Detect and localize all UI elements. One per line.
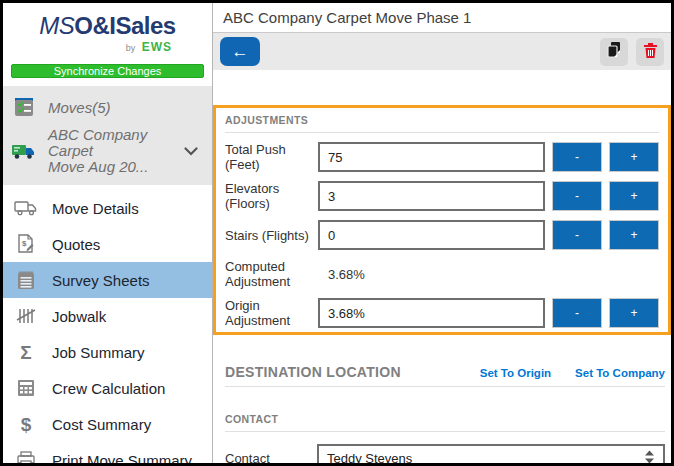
copy-icon: [606, 41, 622, 62]
set-to-origin-link[interactable]: Set To Origin: [480, 367, 551, 379]
adjustment-row-origin: Origin Adjustment - +: [225, 298, 659, 328]
sidebar-item-job-summary[interactable]: Σ Job Summary: [3, 334, 212, 370]
sidebar-item-move-details[interactable]: Move Details: [3, 190, 212, 226]
active-move-item[interactable]: ABC Company Carpet Move Aug 20...: [3, 123, 212, 179]
field-label: Origin Adjustment: [225, 298, 311, 328]
contact-field-label: Contact: [225, 451, 317, 463]
computed-adjustment-value: 3.68%: [318, 267, 659, 282]
copy-button[interactable]: [600, 38, 628, 66]
tally-marks-icon: [13, 306, 39, 326]
notepad-icon: [13, 269, 39, 291]
sidebar-item-jobwalk[interactable]: Jobwalk: [3, 298, 212, 334]
divider: [225, 431, 665, 432]
moves-header-label: Moves(5): [48, 99, 111, 116]
divider: [225, 132, 659, 133]
sidebar-menu: Move Details $ Quotes: [3, 185, 212, 463]
sidebar-item-quotes[interactable]: $ Quotes: [3, 226, 212, 262]
moves-group: Moves(5) ABC Company Carpet Move Aug 20.…: [3, 86, 212, 185]
page-title: ABC Company Carpet Move Phase 1: [223, 9, 471, 26]
synchronize-changes-button[interactable]: Synchronize Changes: [11, 64, 204, 78]
quote-document-icon: $: [13, 233, 39, 255]
adjustment-row-elevators: Elevators (Floors) - +: [225, 181, 659, 211]
contact-title: CONTACT: [225, 413, 665, 425]
stairs-increment-button[interactable]: +: [609, 220, 659, 250]
sidebar-item-label: Crew Calculation: [52, 380, 165, 397]
total-push-decrement-button[interactable]: -: [552, 142, 602, 172]
origin-adjustment-increment-button[interactable]: +: [609, 298, 659, 328]
sidebar-item-cost-summary[interactable]: $ Cost Summary: [3, 406, 212, 442]
content-area: ADJUSTMENTS Total Push (Feet) - + Elevat…: [213, 70, 671, 463]
main-panel: ABC Company Carpet Move Phase 1 ←: [213, 3, 671, 463]
sidebar-item-label: Job Summary: [52, 344, 145, 361]
delete-button[interactable]: [636, 38, 664, 66]
active-move-label: ABC Company Carpet Move Aug 20...: [48, 127, 173, 175]
adjustment-row-total-push: Total Push (Feet) - +: [225, 142, 659, 172]
sidebar-item-print-move-summary[interactable]: Print Move Summary: [3, 442, 212, 463]
select-spinner-icon: [644, 450, 655, 463]
move-truck-icon: [11, 140, 37, 162]
contact-select[interactable]: Teddy Stevens: [317, 444, 665, 463]
field-label: Total Push (Feet): [225, 142, 311, 172]
chevron-down-icon[interactable]: [184, 147, 204, 156]
page-title-bar: ABC Company Carpet Move Phase 1: [213, 3, 671, 33]
field-label: Stairs (Flights): [225, 228, 311, 243]
sidebar-item-label: Survey Sheets: [52, 272, 150, 289]
stairs-decrement-button[interactable]: -: [552, 220, 602, 250]
origin-adjustment-decrement-button[interactable]: -: [552, 298, 602, 328]
sigma-icon: Σ: [13, 343, 39, 362]
sidebar-item-survey-sheets[interactable]: Survey Sheets: [3, 262, 212, 298]
printer-icon: [13, 450, 39, 463]
contact-section: CONTACT Contact Teddy Stevens: [213, 413, 671, 463]
elevators-increment-button[interactable]: +: [609, 181, 659, 211]
truck-outline-icon: [13, 199, 39, 217]
moves-list-icon: [11, 95, 37, 119]
field-label: Computed Adjustment: [225, 259, 311, 289]
adjustments-title: ADJUSTMENTS: [225, 114, 659, 126]
elevators-input[interactable]: [318, 181, 545, 211]
sidebar-item-label: Move Details: [52, 200, 139, 217]
logo-ms: MS: [39, 12, 74, 39]
back-button[interactable]: ←: [220, 37, 260, 66]
origin-adjustment-input[interactable]: [318, 298, 545, 328]
stairs-input[interactable]: [318, 220, 545, 250]
elevators-decrement-button[interactable]: -: [552, 181, 602, 211]
destination-location-section: DESTINATION LOCATION Set To Origin Set T…: [213, 364, 671, 387]
destination-location-title: DESTINATION LOCATION: [225, 364, 401, 380]
set-to-company-link[interactable]: Set To Company: [575, 367, 665, 379]
adjustment-row-computed: Computed Adjustment 3.68%: [225, 259, 659, 289]
trash-icon: [643, 42, 658, 62]
adjustments-section: ADJUSTMENTS Total Push (Feet) - + Elevat…: [213, 105, 671, 335]
sidebar-item-label: Jobwalk: [52, 308, 106, 325]
back-arrow-icon: ←: [232, 42, 249, 62]
svg-text:$: $: [22, 239, 27, 248]
sidebar-item-label: Quotes: [52, 236, 100, 253]
sidebar: MSO&ISales by EWS Synchronize Changes Mo…: [3, 3, 213, 463]
calculator-grid-icon: [13, 378, 39, 398]
sidebar-item-label: Cost Summary: [52, 416, 151, 433]
adjustment-row-stairs: Stairs (Flights) - +: [225, 220, 659, 250]
logo-name: O&ISales: [74, 12, 175, 39]
toolbar: ←: [213, 33, 671, 70]
logo-by: by: [126, 43, 136, 53]
logo-ews: EWS: [142, 40, 172, 54]
app-logo: MSO&ISales by EWS: [3, 3, 212, 57]
field-label: Elevators (Floors): [225, 181, 311, 211]
divider: [225, 386, 665, 387]
contact-selected-value: Teddy Stevens: [327, 451, 644, 463]
moves-header-item[interactable]: Moves(5): [3, 91, 212, 123]
dollar-icon: $: [13, 415, 39, 434]
total-push-input[interactable]: [318, 142, 545, 172]
total-push-increment-button[interactable]: +: [609, 142, 659, 172]
sidebar-item-label: Print Move Summary: [52, 452, 192, 464]
sidebar-item-crew-calculation[interactable]: Crew Calculation: [3, 370, 212, 406]
